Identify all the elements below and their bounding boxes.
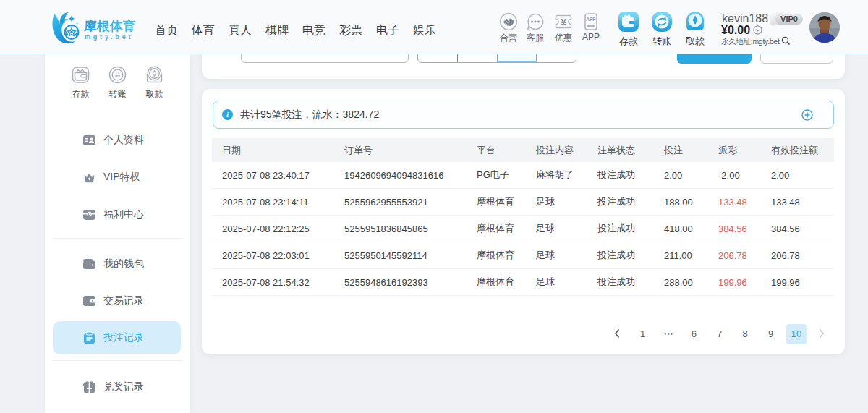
svg-text:APP: APP [586,17,596,22]
svg-text:¥: ¥ [561,17,566,27]
